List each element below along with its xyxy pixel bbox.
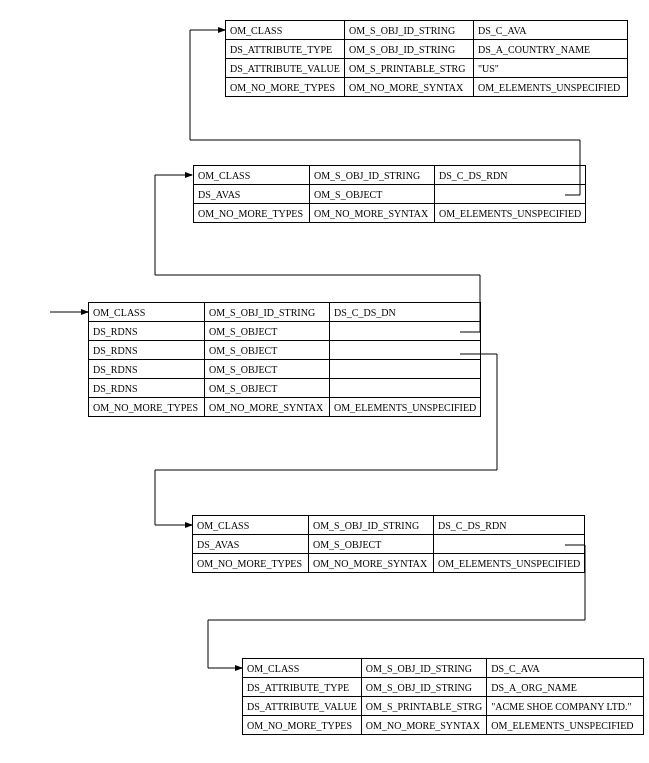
cell: OM_ELEMENTS_UNSPECIFIED [435,204,586,223]
cell: DS_C_DS_RDN [435,166,586,185]
table-row: OM_NO_MORE_TYPES OM_NO_MORE_SYNTAX OM_EL… [226,78,628,97]
cell [434,535,585,554]
cell: OM_S_PRINTABLE_STRG [361,697,486,716]
cell: OM_ELEMENTS_UNSPECIFIED [487,716,644,735]
cell [330,360,481,379]
table-row: OM_NO_MORE_TYPES OM_NO_MORE_SYNTAX OM_EL… [243,716,644,735]
cell: OM_CLASS [243,659,362,678]
table-row: OM_CLASS OM_S_OBJ_ID_STRING DS_C_DS_RDN [194,166,586,185]
cell: OM_NO_MORE_SYNTAX [361,716,486,735]
table-row: OM_CLASS OM_S_OBJ_ID_STRING DS_C_DS_DN [89,303,481,322]
table-row: DS_AVAS OM_S_OBJECT [194,185,586,204]
table-rdn-2: OM_CLASS OM_S_OBJ_ID_STRING DS_C_DS_RDN … [192,515,585,573]
cell: OM_S_OBJ_ID_STRING [310,166,435,185]
cell: OM_S_OBJ_ID_STRING [309,516,434,535]
table-row: OM_NO_MORE_TYPES OM_NO_MORE_SYNTAX OM_EL… [194,204,586,223]
cell: OM_S_OBJ_ID_STRING [205,303,330,322]
table-row: OM_CLASS OM_S_OBJ_ID_STRING DS_C_AVA [226,21,628,40]
table-dn: OM_CLASS OM_S_OBJ_ID_STRING DS_C_DS_DN D… [88,302,481,417]
cell [330,341,481,360]
cell: OM_ELEMENTS_UNSPECIFIED [434,554,585,573]
cell: OM_NO_MORE_SYNTAX [309,554,434,573]
cell: OM_S_OBJ_ID_STRING [345,40,474,59]
table-row: DS_RDNS OM_S_OBJECT [89,322,481,341]
cell: OM_NO_MORE_TYPES [243,716,362,735]
cell: OM_ELEMENTS_UNSPECIFIED [474,78,628,97]
cell: OM_S_OBJECT [205,341,330,360]
cell: OM_S_OBJECT [309,535,434,554]
cell: OM_S_OBJ_ID_STRING [361,678,486,697]
cell: OM_S_OBJECT [205,379,330,398]
cell [330,379,481,398]
cell: OM_NO_MORE_TYPES [226,78,345,97]
table-ava-org: OM_CLASS OM_S_OBJ_ID_STRING DS_C_AVA DS_… [242,658,644,735]
cell: OM_S_OBJECT [205,360,330,379]
table-row: OM_NO_MORE_TYPES OM_NO_MORE_SYNTAX OM_EL… [193,554,585,573]
cell: DS_ATTRIBUTE_TYPE [243,678,362,697]
table-row: DS_RDNS OM_S_OBJECT [89,360,481,379]
table-row: DS_ATTRIBUTE_TYPE OM_S_OBJ_ID_STRING DS_… [226,40,628,59]
cell: DS_RDNS [89,322,205,341]
cell: DS_A_COUNTRY_NAME [474,40,628,59]
cell: OM_NO_MORE_SYNTAX [205,398,330,417]
cell: OM_S_OBJECT [205,322,330,341]
cell: OM_CLASS [89,303,205,322]
cell: OM_CLASS [193,516,309,535]
cell [435,185,586,204]
cell: DS_ATTRIBUTE_TYPE [226,40,345,59]
table-row: OM_NO_MORE_TYPES OM_NO_MORE_SYNTAX OM_EL… [89,398,481,417]
table-row: OM_CLASS OM_S_OBJ_ID_STRING DS_C_DS_RDN [193,516,585,535]
cell: "ACME SHOE COMPANY LTD." [487,697,644,716]
table-row: OM_CLASS OM_S_OBJ_ID_STRING DS_C_AVA [243,659,644,678]
table-row: DS_RDNS OM_S_OBJECT [89,379,481,398]
cell: DS_C_AVA [474,21,628,40]
cell: OM_S_OBJ_ID_STRING [345,21,474,40]
cell: OM_CLASS [226,21,345,40]
cell: OM_NO_MORE_TYPES [193,554,309,573]
table-rdn-1: OM_CLASS OM_S_OBJ_ID_STRING DS_C_DS_RDN … [193,165,586,223]
cell: OM_S_OBJECT [310,185,435,204]
table-ava-country: OM_CLASS OM_S_OBJ_ID_STRING DS_C_AVA DS_… [225,20,628,97]
cell: DS_RDNS [89,379,205,398]
cell: "US" [474,59,628,78]
cell: OM_ELEMENTS_UNSPECIFIED [330,398,481,417]
cell: OM_S_OBJ_ID_STRING [361,659,486,678]
cell: DS_RDNS [89,360,205,379]
cell [330,322,481,341]
cell: DS_C_AVA [487,659,644,678]
cell: OM_NO_MORE_SYNTAX [345,78,474,97]
cell: OM_NO_MORE_TYPES [89,398,205,417]
cell: OM_S_PRINTABLE_STRG [345,59,474,78]
table-row: DS_ATTRIBUTE_VALUE OM_S_PRINTABLE_STRG "… [243,697,644,716]
cell: DS_C_DS_DN [330,303,481,322]
cell: OM_NO_MORE_TYPES [194,204,310,223]
cell: DS_ATTRIBUTE_VALUE [226,59,345,78]
cell: OM_NO_MORE_SYNTAX [310,204,435,223]
table-row: DS_ATTRIBUTE_TYPE OM_S_OBJ_ID_STRING DS_… [243,678,644,697]
table-row: DS_AVAS OM_S_OBJECT [193,535,585,554]
table-row: DS_ATTRIBUTE_VALUE OM_S_PRINTABLE_STRG "… [226,59,628,78]
cell: DS_AVAS [194,185,310,204]
cell: OM_CLASS [194,166,310,185]
cell: DS_C_DS_RDN [434,516,585,535]
table-row: DS_RDNS OM_S_OBJECT [89,341,481,360]
cell: DS_AVAS [193,535,309,554]
cell: DS_ATTRIBUTE_VALUE [243,697,362,716]
cell: DS_A_ORG_NAME [487,678,644,697]
cell: DS_RDNS [89,341,205,360]
